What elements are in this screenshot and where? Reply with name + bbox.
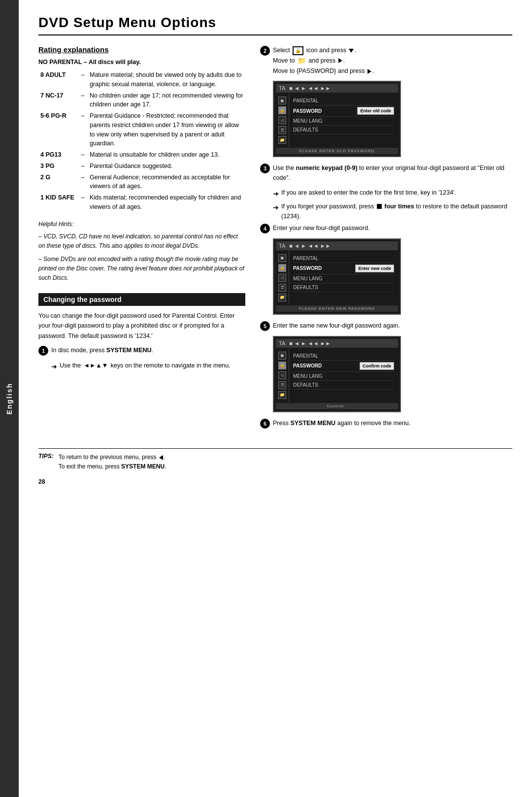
dvd-menu-menulang-3: MENU LANG bbox=[293, 372, 394, 381]
step-1-text: In disc mode, press SYSTEM MENU. bbox=[51, 345, 245, 355]
step-6-block: 6 Press SYSTEM MENU again to remove the … bbox=[260, 418, 512, 429]
page-title: DVD Setup Menu Options bbox=[38, 15, 512, 35]
dvd-left-icons-1: ▣ 🔒 ◁ ☰ 📁 bbox=[276, 94, 289, 147]
step-5-text: Enter the same new four-digit password a… bbox=[273, 321, 512, 331]
step-2-block: 2 Select 🔒 icon and press . Move to 📁 an… bbox=[260, 45, 512, 76]
rating-desc: Kids material; recommended especially fo… bbox=[88, 192, 245, 213]
step-3-block: 3 Use the numeric keypad (0-9) to enter … bbox=[260, 163, 512, 183]
tips-bar: TIPS: To return to the previous menu, pr… bbox=[38, 448, 512, 475]
dvd-menu-items-2: PARENTAL PASSWORD Enter new code MENU LA… bbox=[289, 251, 398, 304]
rating-desc: No children under age 17; not recommende… bbox=[88, 90, 245, 111]
right-column: 2 Select 🔒 icon and press . Move to 📁 an… bbox=[260, 45, 512, 433]
sidebar: English bbox=[0, 0, 19, 797]
dvd-menu-parental-3: PARENTAL bbox=[293, 352, 394, 361]
dvd-menu-defaults-2: DEFAULTS bbox=[293, 283, 394, 292]
step-3-bullet-2-text: If you forget your password, press four … bbox=[281, 201, 512, 221]
dvd-screen-1-header: TA ■ ◄ ► ◄◄ ►► bbox=[276, 84, 398, 93]
rating-dash: – bbox=[78, 69, 88, 90]
rating-desc: Parental Guidance - Restricted; recommen… bbox=[88, 110, 245, 149]
page-number: 28 bbox=[38, 478, 512, 485]
dvd-screen-1-body: ▣ 🔒 ◁ ☰ 📁 PARENTAL PASSWORD Enter old co… bbox=[276, 94, 398, 147]
helpful-hints: Helpful Hints: – VCD, SVCD, CD have no l… bbox=[38, 220, 245, 283]
dvd-menu-password-2: PASSWORD Enter new code bbox=[293, 263, 394, 274]
table-row: 5-6 PG-R – Parental Guidance - Restricte… bbox=[38, 110, 245, 149]
step-5-circle: 5 bbox=[260, 321, 270, 331]
dvd-screen-2-body: ▣ 🔒 ◁ ☰ 📁 PARENTAL PASSWORD Enter new co… bbox=[276, 251, 398, 304]
table-row: 8 ADULT – Mature material; should be vie… bbox=[38, 69, 245, 90]
rating-dash: – bbox=[78, 110, 88, 149]
no-parental-label: NO PARENTAL bbox=[38, 59, 82, 66]
helpful-hint-1: – VCD, SVCD, CD have no level indication… bbox=[38, 232, 245, 251]
dvd-icon-3-5: 📁 bbox=[278, 391, 286, 399]
changing-password-label: Changing the password bbox=[43, 296, 122, 303]
dvd-icon-3-1: ▣ bbox=[278, 352, 286, 360]
dvd-icon-4: ☰ bbox=[278, 126, 286, 134]
dvd-menu-items-1: PARENTAL PASSWORD Enter old code MENU LA… bbox=[289, 94, 398, 147]
square-icon bbox=[377, 204, 382, 209]
right-arrow-icon-2 bbox=[367, 69, 371, 74]
dvd-header-icons-3: ■ ◄ ► ◄◄ ►► bbox=[289, 340, 331, 346]
dvd-icon-2-4: ☰ bbox=[278, 284, 286, 292]
rating-dash: – bbox=[78, 172, 88, 193]
step-2-text: Select 🔒 icon and press . Move to 📁 and … bbox=[273, 45, 512, 76]
parental-icon: 🔒 bbox=[293, 46, 303, 55]
dvd-menu-password-3: PASSWORD Confirm code bbox=[293, 361, 394, 372]
helpful-hints-title: Helpful Hints: bbox=[38, 220, 245, 229]
dvd-menu-menulang-2: MENU LANG bbox=[293, 274, 394, 283]
enter-old-code-label: Enter old code bbox=[357, 107, 394, 115]
nav-arrows-icon: ◄►▲▼ bbox=[84, 361, 108, 370]
step-6-text: Press SYSTEM MENU again to remove the me… bbox=[273, 418, 512, 428]
dvd-screen-1-bottom: PLEASE ENTER OLD PASSWORD bbox=[276, 148, 398, 154]
dvd-screen-3: TA ■ ◄ ► ◄◄ ►► ▣ 🔒 ◁ ☰ 📁 PARENTAL bbox=[273, 336, 401, 412]
dvd-icon-2-active: 🔒 bbox=[278, 106, 286, 114]
no-parental-heading: NO PARENTAL – All discs will play. bbox=[38, 59, 245, 66]
rating-dash: – bbox=[78, 161, 88, 172]
dvd-icon-3-4: ☰ bbox=[278, 381, 286, 389]
main-content: DVD Setup Menu Options Rating explanatio… bbox=[19, 0, 532, 797]
dvd-icon-2-2-active: 🔒 bbox=[278, 264, 286, 272]
rating-level: 7 NC-17 bbox=[38, 90, 78, 111]
table-row: 4 PG13 – Material is unsuitable for chil… bbox=[38, 149, 245, 161]
rating-level: 3 PG bbox=[38, 161, 78, 172]
dvd-menu-menulang-1: MENU LANG bbox=[293, 117, 394, 126]
dvd-screen-2: TA ■ ◄ ► ◄◄ ►► ▣ 🔒 ◁ ☰ 📁 PARENTAL bbox=[273, 238, 401, 315]
rating-desc: Mature material; should be viewed only b… bbox=[88, 69, 245, 90]
tips-line-1: To return to the previous menu, press . bbox=[59, 453, 166, 462]
sidebar-language-label: English bbox=[5, 383, 13, 415]
dvd-icon-5: 📁 bbox=[278, 136, 286, 144]
dvd-screen-2-header: TA ■ ◄ ► ◄◄ ►► bbox=[276, 241, 398, 250]
arrow-sym-3a: ➜ bbox=[273, 188, 279, 199]
dvd-screen-3-body: ▣ 🔒 ◁ ☰ 📁 PARENTAL PASSWORD Confirm code… bbox=[276, 349, 398, 402]
dvd-screen-1: TA ■ ◄ ► ◄◄ ►► ▣ 🔒 ◁ ☰ 📁 PARENTAL bbox=[273, 81, 401, 157]
rating-dash: – bbox=[78, 149, 88, 161]
dvd-menu-parental-2: PARENTAL bbox=[293, 254, 394, 263]
dvd-screen-3-header: TA ■ ◄ ► ◄◄ ►► bbox=[276, 339, 398, 348]
dvd-header-ta-icon-2: TA bbox=[279, 243, 285, 249]
changing-password-intro: You can change the four-digit password u… bbox=[38, 311, 245, 341]
rating-desc: General Audience; recommended as accepta… bbox=[88, 172, 245, 193]
dvd-left-icons-3: ▣ 🔒 ◁ ☰ 📁 bbox=[276, 349, 289, 402]
enter-new-code-label: Enter new code bbox=[355, 265, 394, 272]
step-1-block: 1 In disc mode, press SYSTEM MENU. bbox=[38, 345, 245, 356]
step-3-bullet-1-text: If you are asked to enter the code for t… bbox=[281, 188, 456, 198]
changing-password-heading: Changing the password bbox=[38, 293, 245, 306]
helpful-hint-2: – Some DVDs are not encoded with a ratin… bbox=[38, 255, 245, 283]
dvd-screen-2-bottom: PLEASE ENTER NEW PASSWORD bbox=[276, 305, 398, 312]
two-column-layout: Rating explanations NO PARENTAL – All di… bbox=[38, 45, 512, 433]
rating-desc: Material is unsuitable for children unde… bbox=[88, 149, 245, 161]
step-1-arrow-bullet: ➜ Use the ◄►▲▼ keys on the remote to nav… bbox=[51, 361, 245, 372]
dvd-icon-3-3: ◁ bbox=[278, 371, 286, 379]
rating-section-title: Rating explanations bbox=[38, 45, 245, 54]
dvd-icon-2-3: ◁ bbox=[278, 274, 286, 282]
step-4-block: 4 Enter your new four-digit password. bbox=[260, 223, 512, 233]
step-3-text: Use the numeric keypad (0-9) to enter yo… bbox=[273, 163, 512, 183]
dvd-icon-3-2-active: 🔒 bbox=[278, 362, 286, 369]
table-row: 2 G – General Audience; recommended as a… bbox=[38, 172, 245, 193]
dvd-menu-password-1: PASSWORD Enter old code bbox=[293, 105, 394, 117]
table-row: 7 NC-17 – No children under age 17; not … bbox=[38, 90, 245, 111]
dvd-menu-items-3: PARENTAL PASSWORD Confirm code MENU LANG… bbox=[289, 349, 398, 402]
dvd-header-ta-icon: TA bbox=[279, 85, 285, 91]
arrow-sym-3b: ➜ bbox=[273, 202, 279, 213]
dvd-icon-2-5: 📁 bbox=[278, 294, 286, 301]
rating-level: 1 KID SAFE bbox=[38, 192, 78, 213]
